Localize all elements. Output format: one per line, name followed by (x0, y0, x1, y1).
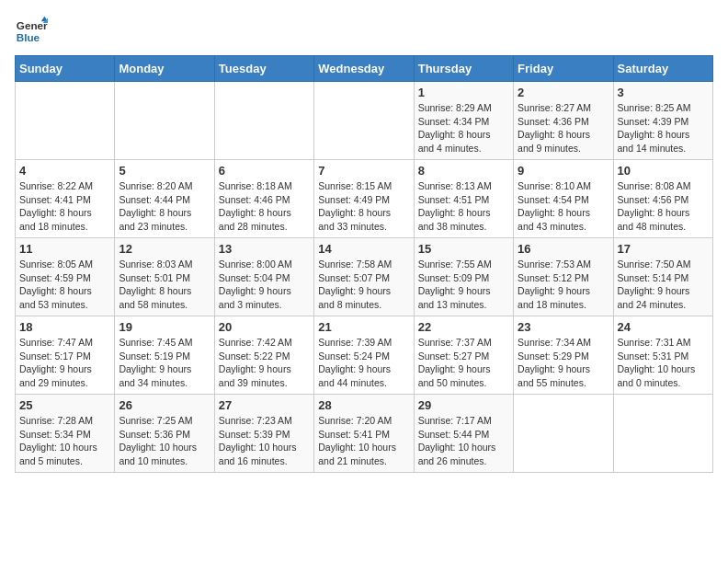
day-info: Sunrise: 8:25 AM Sunset: 4:39 PM Dayligh… (618, 101, 709, 155)
day-cell-10: 10Sunrise: 8:08 AM Sunset: 4:56 PM Dayli… (613, 160, 712, 238)
day-cell-27: 27Sunrise: 7:23 AM Sunset: 5:39 PM Dayli… (214, 395, 313, 473)
day-cell-8: 8Sunrise: 8:13 AM Sunset: 4:51 PM Daylig… (414, 160, 513, 238)
day-cell-24: 24Sunrise: 7:31 AM Sunset: 5:31 PM Dayli… (613, 316, 712, 395)
day-info: Sunrise: 7:39 AM Sunset: 5:24 PM Dayligh… (318, 336, 409, 390)
day-cell-23: 23Sunrise: 7:34 AM Sunset: 5:29 PM Dayli… (514, 316, 613, 395)
day-info: Sunrise: 7:53 AM Sunset: 5:12 PM Dayligh… (518, 258, 609, 312)
day-info: Sunrise: 7:34 AM Sunset: 5:29 PM Dayligh… (518, 336, 609, 390)
day-cell-7: 7Sunrise: 8:15 AM Sunset: 4:49 PM Daylig… (314, 160, 414, 238)
empty-cell (314, 82, 414, 160)
day-number: 3 (618, 86, 709, 99)
empty-cell (115, 82, 214, 160)
day-cell-22: 22Sunrise: 7:37 AM Sunset: 5:27 PM Dayli… (414, 316, 513, 395)
day-number: 28 (318, 398, 409, 412)
day-info: Sunrise: 7:28 AM Sunset: 5:34 PM Dayligh… (19, 414, 110, 468)
day-info: Sunrise: 8:10 AM Sunset: 4:54 PM Dayligh… (518, 179, 609, 234)
day-cell-6: 6Sunrise: 8:18 AM Sunset: 4:46 PM Daylig… (214, 160, 313, 238)
day-cell-25: 25Sunrise: 7:28 AM Sunset: 5:34 PM Dayli… (16, 395, 115, 473)
svg-text:Blue: Blue (17, 31, 40, 43)
week-row-1: 1Sunrise: 8:29 AM Sunset: 4:34 PM Daylig… (16, 82, 713, 160)
day-number: 24 (618, 320, 709, 334)
day-info: Sunrise: 7:45 AM Sunset: 5:19 PM Dayligh… (119, 336, 210, 390)
day-number: 15 (418, 242, 509, 256)
day-cell-18: 18Sunrise: 7:47 AM Sunset: 5:17 PM Dayli… (16, 316, 115, 395)
day-info: Sunrise: 8:20 AM Sunset: 4:44 PM Dayligh… (119, 179, 210, 234)
day-cell-11: 11Sunrise: 8:05 AM Sunset: 4:59 PM Dayli… (16, 238, 115, 316)
day-number: 13 (219, 242, 310, 256)
day-cell-15: 15Sunrise: 7:55 AM Sunset: 5:09 PM Dayli… (414, 238, 513, 316)
empty-cell (514, 395, 613, 473)
week-row-4: 18Sunrise: 7:47 AM Sunset: 5:17 PM Dayli… (16, 316, 713, 395)
empty-cell (613, 395, 712, 473)
page-header: General Blue (15, 15, 713, 48)
day-cell-5: 5Sunrise: 8:20 AM Sunset: 4:44 PM Daylig… (115, 160, 214, 238)
day-cell-19: 19Sunrise: 7:45 AM Sunset: 5:19 PM Dayli… (115, 316, 214, 395)
day-cell-4: 4Sunrise: 8:22 AM Sunset: 4:41 PM Daylig… (16, 160, 115, 238)
day-info: Sunrise: 7:50 AM Sunset: 5:14 PM Dayligh… (618, 258, 709, 312)
day-info: Sunrise: 7:23 AM Sunset: 5:39 PM Dayligh… (219, 414, 310, 468)
day-cell-2: 2Sunrise: 8:27 AM Sunset: 4:36 PM Daylig… (514, 82, 613, 160)
day-number: 19 (119, 320, 210, 334)
day-cell-14: 14Sunrise: 7:58 AM Sunset: 5:07 PM Dayli… (314, 238, 414, 316)
day-cell-13: 13Sunrise: 8:00 AM Sunset: 5:04 PM Dayli… (214, 238, 313, 316)
day-number: 17 (618, 242, 709, 256)
day-number: 5 (119, 164, 210, 178)
day-cell-20: 20Sunrise: 7:42 AM Sunset: 5:22 PM Dayli… (214, 316, 313, 395)
weekday-header-monday: Monday (115, 56, 214, 82)
day-number: 1 (418, 86, 509, 99)
day-info: Sunrise: 7:17 AM Sunset: 5:44 PM Dayligh… (418, 414, 509, 468)
empty-cell (214, 82, 313, 160)
week-row-5: 25Sunrise: 7:28 AM Sunset: 5:34 PM Dayli… (16, 395, 713, 473)
day-number: 7 (318, 164, 409, 178)
day-info: Sunrise: 8:15 AM Sunset: 4:49 PM Dayligh… (318, 179, 409, 234)
calendar-table: SundayMondayTuesdayWednesdayThursdayFrid… (15, 55, 713, 473)
day-info: Sunrise: 8:13 AM Sunset: 4:51 PM Dayligh… (418, 179, 509, 234)
day-number: 10 (618, 164, 709, 178)
day-info: Sunrise: 8:08 AM Sunset: 4:56 PM Dayligh… (618, 179, 709, 234)
weekday-header-sunday: Sunday (16, 56, 115, 82)
day-cell-9: 9Sunrise: 8:10 AM Sunset: 4:54 PM Daylig… (514, 160, 613, 238)
day-number: 6 (219, 164, 310, 178)
day-number: 29 (418, 398, 509, 412)
weekday-header-row: SundayMondayTuesdayWednesdayThursdayFrid… (16, 56, 713, 82)
weekday-header-saturday: Saturday (613, 56, 712, 82)
day-cell-1: 1Sunrise: 8:29 AM Sunset: 4:34 PM Daylig… (414, 82, 513, 160)
weekday-header-tuesday: Tuesday (214, 56, 313, 82)
weekday-header-wednesday: Wednesday (314, 56, 414, 82)
day-info: Sunrise: 7:31 AM Sunset: 5:31 PM Dayligh… (618, 336, 709, 390)
day-info: Sunrise: 7:55 AM Sunset: 5:09 PM Dayligh… (418, 258, 509, 312)
week-row-3: 11Sunrise: 8:05 AM Sunset: 4:59 PM Dayli… (16, 238, 713, 316)
day-cell-29: 29Sunrise: 7:17 AM Sunset: 5:44 PM Dayli… (414, 395, 513, 473)
day-cell-16: 16Sunrise: 7:53 AM Sunset: 5:12 PM Dayli… (514, 238, 613, 316)
day-info: Sunrise: 7:58 AM Sunset: 5:07 PM Dayligh… (318, 258, 409, 312)
day-cell-17: 17Sunrise: 7:50 AM Sunset: 5:14 PM Dayli… (613, 238, 712, 316)
day-info: Sunrise: 7:25 AM Sunset: 5:36 PM Dayligh… (119, 414, 210, 468)
logo-icon: General Blue (15, 15, 48, 48)
empty-cell (16, 82, 115, 160)
day-info: Sunrise: 7:37 AM Sunset: 5:27 PM Dayligh… (418, 336, 509, 390)
weekday-header-thursday: Thursday (414, 56, 513, 82)
day-info: Sunrise: 8:03 AM Sunset: 5:01 PM Dayligh… (119, 258, 210, 312)
weekday-header-friday: Friday (514, 56, 613, 82)
day-info: Sunrise: 8:05 AM Sunset: 4:59 PM Dayligh… (19, 258, 110, 312)
day-number: 27 (219, 398, 310, 412)
day-number: 16 (518, 242, 609, 256)
day-number: 4 (19, 164, 110, 178)
day-info: Sunrise: 8:27 AM Sunset: 4:36 PM Dayligh… (518, 101, 609, 155)
day-cell-26: 26Sunrise: 7:25 AM Sunset: 5:36 PM Dayli… (115, 395, 214, 473)
day-number: 23 (518, 320, 609, 334)
day-cell-3: 3Sunrise: 8:25 AM Sunset: 4:39 PM Daylig… (613, 82, 712, 160)
day-cell-21: 21Sunrise: 7:39 AM Sunset: 5:24 PM Dayli… (314, 316, 414, 395)
day-number: 9 (518, 164, 609, 178)
day-number: 14 (318, 242, 409, 256)
day-number: 22 (418, 320, 509, 334)
day-info: Sunrise: 8:00 AM Sunset: 5:04 PM Dayligh… (219, 258, 310, 312)
day-number: 11 (19, 242, 110, 256)
day-info: Sunrise: 8:22 AM Sunset: 4:41 PM Dayligh… (19, 179, 110, 234)
day-cell-28: 28Sunrise: 7:20 AM Sunset: 5:41 PM Dayli… (314, 395, 414, 473)
day-info: Sunrise: 7:47 AM Sunset: 5:17 PM Dayligh… (19, 336, 110, 390)
day-number: 2 (518, 86, 609, 99)
day-info: Sunrise: 8:29 AM Sunset: 4:34 PM Dayligh… (418, 101, 509, 155)
day-number: 26 (119, 398, 210, 412)
day-number: 25 (19, 398, 110, 412)
